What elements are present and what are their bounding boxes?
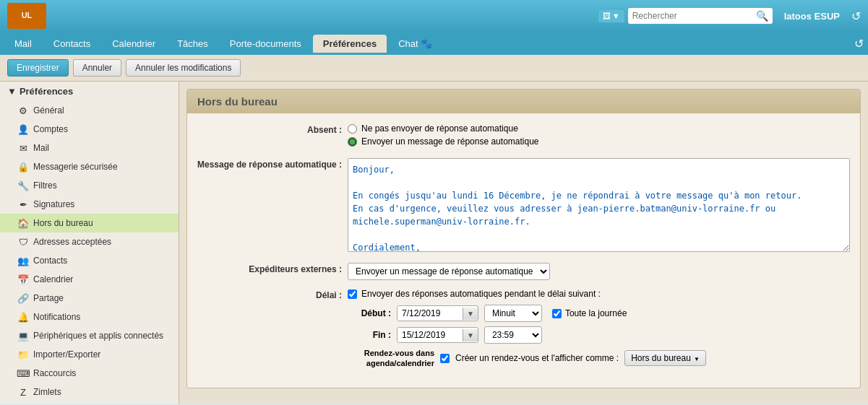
sidebar-section-preferences[interactable]: ▼ Préférences — [0, 82, 179, 101]
absent-options: Ne pas envoyer de réponse automatique En… — [348, 123, 850, 149]
search-input[interactable] — [632, 11, 753, 21]
search-box: 🔍 — [628, 8, 773, 24]
contacts-icon: 👥 — [17, 255, 29, 266]
user-name: latoos ESUP — [784, 11, 840, 22]
fin-date-picker-button[interactable]: ▼ — [463, 329, 478, 341]
toolbar: Enregistrer Annuler Annuler les modifica… — [0, 55, 868, 82]
sidebar-item-messagerie-securisee[interactable]: 🔒 Messagerie sécurisée — [0, 157, 179, 176]
rdv-dropdown-label: Hors du bureau — [631, 353, 691, 363]
sidebar-item-label: Partage — [33, 293, 64, 303]
fin-time-select[interactable]: 23:59 — [484, 326, 542, 344]
lock-icon: 🔒 — [17, 161, 29, 173]
reload-icon[interactable]: ↺ — [851, 9, 861, 23]
auto-response-textarea[interactable]: Bonjour, En congés jusqu'au lundi 16 Déc… — [348, 158, 850, 252]
nav-tabs: Mail Contacts Calendrier Tâches Porte-do… — [0, 32, 868, 55]
tab-contacts[interactable]: Contacts — [43, 35, 100, 53]
folder-icon: 📁 — [17, 349, 29, 360]
tab-chat[interactable]: Chat 🐾 — [388, 35, 442, 53]
sidebar: ▼ Préférences ⚙ Général 👤 Comptes ✉ Mail… — [0, 82, 179, 404]
external-label: Expéditeurs externes : — [197, 263, 342, 274]
delai-control: Envoyer des réponses automatiques pendan… — [348, 289, 850, 369]
sidebar-item-general[interactable]: ⚙ Général — [0, 101, 179, 120]
sidebar-item-label: Notifications — [33, 312, 80, 322]
sidebar-item-partage[interactable]: 🔗 Partage — [0, 289, 179, 308]
chevron-down-icon — [694, 353, 700, 363]
debut-date-input[interactable] — [398, 306, 463, 321]
sidebar-item-label: Adresses acceptées — [33, 237, 111, 247]
fin-label: Fin : — [348, 330, 391, 340]
fin-date-wrap: ▼ — [397, 327, 478, 343]
device-icon: 💻 — [17, 330, 29, 341]
delai-checkbox[interactable] — [348, 289, 357, 299]
home-icon: 🏠 — [17, 217, 29, 229]
radio-no-auto-input[interactable] — [348, 124, 357, 134]
signature-icon: ✒ — [17, 199, 29, 210]
search-filter-button[interactable]: 🖼▼ — [598, 9, 625, 23]
external-control: Envoyer un message de réponse automatiqu… — [348, 263, 850, 280]
bell-icon: 🔔 — [17, 311, 29, 323]
message-row: Message de réponse automatique : Bonjour… — [197, 158, 850, 254]
debut-label: Début : — [348, 308, 391, 318]
fin-date-input[interactable] — [398, 328, 463, 342]
message-label: Message de réponse automatique : — [197, 158, 342, 170]
zimlets-icon: Z — [17, 386, 29, 398]
sidebar-item-comptes[interactable]: 👤 Comptes — [0, 120, 179, 139]
absent-row: Absent : Ne pas envoyer de réponse autom… — [197, 123, 850, 149]
sidebar-item-label: Mail — [33, 143, 49, 153]
tab-porte-documents[interactable]: Porte-documents — [220, 35, 311, 53]
radio-auto-input[interactable] — [348, 137, 357, 147]
sidebar-item-notifications[interactable]: 🔔 Notifications — [0, 308, 179, 326]
sidebar-item-label: Comptes — [33, 124, 68, 134]
sidebar-item-adresses-acceptees[interactable]: 🛡 Adresses acceptées — [0, 232, 179, 251]
share-icon: 🔗 — [17, 292, 29, 304]
university-logo: UL — [7, 3, 46, 29]
sidebar-item-label: Général — [33, 105, 64, 116]
rdv-checkbox-label: Créer un rendez-vous et l'afficher comme… — [455, 353, 619, 363]
rdv-label: Rendez-vous dans agenda/calendrier — [348, 348, 434, 369]
sidebar-item-label: Messagerie sécurisée — [33, 162, 118, 172]
sidebar-item-zimlets[interactable]: Z Zimlets — [0, 383, 179, 401]
sidebar-item-raccourcis[interactable]: ⌨ Raccourcis — [0, 364, 179, 383]
sidebar-item-importer-exporter[interactable]: 📁 Importer/Exporter — [0, 345, 179, 364]
search-area: 🖼▼ 🔍 — [598, 8, 773, 24]
all-day-label: Toute la journée — [565, 308, 627, 318]
search-icon[interactable]: 🔍 — [756, 10, 768, 22]
cancel-button[interactable]: Annuler — [73, 59, 121, 77]
filter-icon: 🔧 — [17, 180, 29, 191]
sidebar-item-signatures[interactable]: ✒ Signatures — [0, 195, 179, 214]
tab-preferences[interactable]: Préférences — [313, 35, 387, 53]
sidebar-item-label: Hors du bureau — [33, 218, 93, 228]
mail-icon: ✉ — [17, 142, 29, 154]
section-title: Hors du bureau — [187, 90, 860, 113]
all-day-wrap: Toute la journée — [552, 308, 627, 318]
hors-du-bureau-section: Hors du bureau Absent : Ne pas envoyer d… — [186, 89, 861, 388]
rdv-dropdown-button[interactable]: Hors du bureau — [624, 350, 706, 366]
sidebar-item-hors-du-bureau[interactable]: 🏠 Hors du bureau — [0, 214, 179, 232]
external-row: Expéditeurs externes : Envoyer un messag… — [197, 263, 850, 280]
sidebar-item-label: Signatures — [33, 199, 74, 209]
tab-taches[interactable]: Tâches — [167, 35, 218, 53]
sidebar-item-label: Zimlets — [33, 387, 61, 397]
sidebar-item-calendrier[interactable]: 📅 Calendrier — [0, 270, 179, 289]
radio-auto: Envoyer un message de réponse automatiqu… — [348, 136, 850, 147]
all-day-checkbox[interactable] — [552, 309, 562, 318]
rdv-checkbox[interactable] — [440, 354, 450, 363]
radio-no-auto: Ne pas envoyer de réponse automatique — [348, 123, 850, 134]
sidebar-item-label: Filtres — [33, 180, 57, 191]
tab-calendrier[interactable]: Calendrier — [102, 35, 166, 53]
cancel-changes-button[interactable]: Annuler les modifications — [126, 59, 241, 77]
external-select[interactable]: Envoyer un message de réponse automatiqu… — [348, 263, 550, 280]
debut-time-select[interactable]: Minuit — [484, 305, 542, 322]
sidebar-item-peripheriques[interactable]: 💻 Périphériques et applis connectés — [0, 326, 179, 345]
debut-date-picker-button[interactable]: ▼ — [463, 308, 478, 320]
sidebar-item-label: Calendrier — [33, 274, 73, 284]
sidebar-item-label: Importer/Exporter — [33, 349, 100, 360]
tab-mail[interactable]: Mail — [4, 35, 42, 53]
sidebar-item-mail[interactable]: ✉ Mail — [0, 139, 179, 157]
sidebar-item-contacts[interactable]: 👥 Contacts — [0, 251, 179, 270]
nav-reload-icon[interactable]: ↺ — [854, 37, 864, 51]
save-button[interactable]: Enregistrer — [7, 59, 69, 77]
sidebar-item-filtres[interactable]: 🔧 Filtres — [0, 176, 179, 195]
delai-checkbox-label: Envoyer des réponses automatiques pendan… — [361, 289, 601, 299]
sidebar-item-label: Contacts — [33, 256, 67, 266]
